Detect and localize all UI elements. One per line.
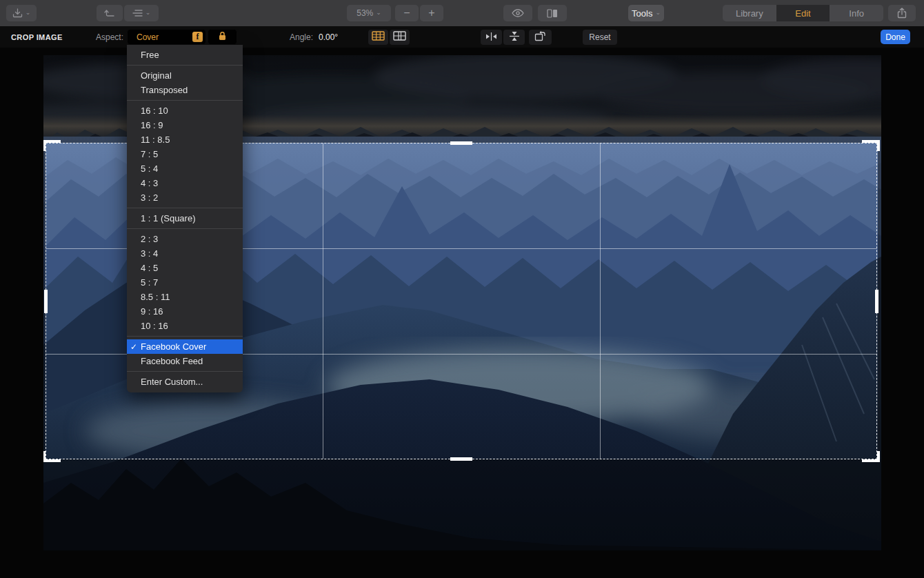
menu-item-16-10[interactable]: 16 : 10: [127, 103, 243, 118]
preview-original-button[interactable]: [503, 5, 532, 21]
plus-icon: +: [428, 7, 434, 19]
menu-item-label: 4 : 5: [141, 263, 158, 273]
crop-mode-title: CROP IMAGE: [11, 26, 63, 48]
aspect-value: Cover: [128, 32, 192, 42]
menu-item-label: 11 : 8.5: [141, 134, 170, 145]
chevron-down-icon: ⌄: [26, 10, 31, 16]
minus-icon: −: [403, 7, 410, 19]
crop-grid-vline-2: [600, 143, 601, 459]
aspect-label: Aspect:: [96, 26, 123, 48]
menu-item-label: 10 : 16: [141, 321, 168, 331]
menu-item-3-2[interactable]: 3 : 2: [127, 190, 243, 205]
crop-handle-bottom-left[interactable]: [43, 451, 46, 462]
flip-horizontal-button[interactable]: [481, 30, 502, 45]
aspect-menu: FreeOriginalTransposed16 : 1016 : 911 : …: [127, 45, 243, 392]
crop-handle-top[interactable]: [450, 141, 472, 145]
undo-arrow-icon: [104, 8, 115, 18]
download-icon: [12, 8, 23, 18]
menu-item-16-9[interactable]: 16 : 9: [127, 118, 243, 132]
menu-item-label: 3 : 4: [141, 248, 158, 259]
crop-handle-top-right[interactable]: [877, 140, 880, 151]
lock-icon: [218, 31, 227, 43]
menu-item-label: 7 : 5: [141, 149, 158, 159]
flip-vertical-button[interactable]: [503, 30, 525, 45]
menu-item-label: 2 : 3: [141, 234, 158, 244]
menu-item-label: Original: [141, 70, 172, 81]
menu-item-transposed[interactable]: Transposed: [127, 83, 243, 97]
menu-separator: [127, 208, 243, 208]
angle-label: Angle:: [290, 26, 313, 48]
menu-item-9-16[interactable]: 9 : 16: [127, 304, 243, 319]
eye-icon: [512, 9, 524, 17]
menu-item-1-1-square[interactable]: 1 : 1 (Square): [127, 211, 243, 226]
menu-item-label: 3 : 2: [141, 192, 158, 203]
menu-item-8-5-11[interactable]: 8.5 : 11: [127, 290, 243, 304]
menu-separator: [127, 100, 243, 101]
menu-item-4-5[interactable]: 4 : 5: [127, 261, 243, 275]
menu-item-5-4[interactable]: 5 : 4: [127, 161, 243, 176]
rotate-icon: [534, 31, 546, 44]
tools-dropdown-button[interactable]: Tools ⌄: [628, 5, 664, 21]
menu-item-facebook-feed[interactable]: Facebook Feed: [127, 354, 243, 368]
crop-handle-top-left[interactable]: [43, 140, 61, 143]
menu-item-label: Transposed: [141, 85, 188, 95]
grid-thirds-button[interactable]: [368, 30, 388, 45]
rotate-button[interactable]: [529, 30, 552, 45]
reset-button[interactable]: Reset: [583, 30, 617, 45]
menu-separator: [127, 336, 243, 337]
dim-overlay-bottom: [43, 459, 881, 550]
done-button[interactable]: Done: [881, 30, 910, 44]
crop-handle-bottom[interactable]: [450, 457, 472, 461]
export-button[interactable]: ⌄: [6, 5, 37, 21]
menu-item-label: 1 : 1 (Square): [141, 213, 196, 223]
menu-item-label: Enter Custom...: [141, 377, 203, 387]
undo-button[interactable]: [97, 5, 123, 21]
adjustments-list-button[interactable]: ⌄: [124, 5, 159, 21]
facebook-icon: f: [192, 32, 203, 42]
menu-item-7-5[interactable]: 7 : 5: [127, 147, 243, 161]
crop-handle-bottom-left[interactable]: [43, 459, 61, 462]
share-button[interactable]: [888, 5, 916, 21]
view-segmented-control: Library Edit Info: [723, 5, 883, 21]
zoom-in-button[interactable]: +: [420, 5, 443, 21]
tab-library[interactable]: Library: [723, 5, 776, 21]
chevron-down-icon: ⌄: [655, 10, 661, 16]
tab-info[interactable]: Info: [830, 5, 883, 21]
crop-grid-vline-1: [323, 143, 323, 459]
flip-horizontal-icon: [485, 31, 497, 43]
menu-item-4-3[interactable]: 4 : 3: [127, 176, 243, 190]
menu-item-10-16[interactable]: 10 : 16: [127, 319, 243, 333]
grid-golden-button[interactable]: [390, 30, 410, 45]
menu-item-11-8-5[interactable]: 11 : 8.5: [127, 132, 243, 147]
menu-item-3-4[interactable]: 3 : 4: [127, 246, 243, 261]
menu-item-free[interactable]: Free: [127, 48, 243, 62]
menu-item-label: Facebook Cover: [141, 341, 206, 352]
menu-item-label: 9 : 16: [141, 306, 163, 317]
flip-vertical-icon: [510, 31, 519, 44]
crop-handle-top-left[interactable]: [43, 140, 46, 151]
menu-item-label: 5 : 7: [141, 277, 158, 288]
checkmark-icon: ✓: [130, 342, 137, 352]
compare-split-icon: [547, 9, 558, 18]
aspect-lock-button[interactable]: [208, 30, 237, 44]
menu-item-enter-custom[interactable]: Enter Custom...: [127, 375, 243, 389]
chevron-down-icon: ⌄: [145, 10, 151, 16]
zoom-level-dropdown[interactable]: 53% ⌄: [347, 5, 391, 21]
menu-separator: [127, 228, 243, 229]
compare-button[interactable]: [538, 5, 567, 21]
aspect-dropdown[interactable]: Cover f: [128, 30, 205, 44]
tab-edit[interactable]: Edit: [776, 5, 830, 21]
crop-handle-right[interactable]: [875, 290, 878, 313]
crop-handle-bottom-right[interactable]: [877, 451, 880, 462]
menu-item-label: 4 : 3: [141, 178, 158, 188]
menu-separator: [127, 371, 243, 372]
zoom-out-button[interactable]: −: [395, 5, 419, 21]
tools-label: Tools: [632, 8, 652, 19]
crop-handle-left[interactable]: [44, 290, 48, 313]
menu-item-5-7[interactable]: 5 : 7: [127, 275, 243, 290]
menu-item-original[interactable]: Original: [127, 68, 243, 83]
menu-item-facebook-cover[interactable]: ✓Facebook Cover: [127, 339, 243, 354]
menu-item-label: Free: [141, 50, 159, 60]
menu-item-2-3[interactable]: 2 : 3: [127, 232, 243, 246]
angle-value[interactable]: 0.00°: [319, 26, 338, 48]
